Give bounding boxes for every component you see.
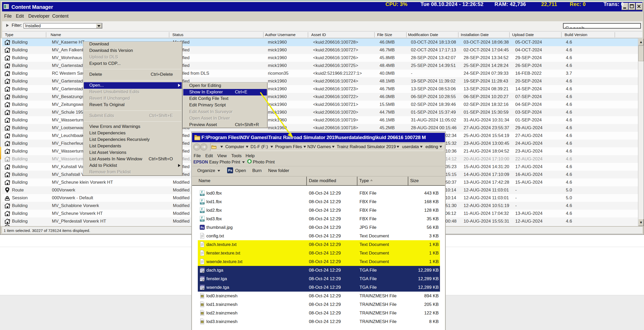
svg-text:F: F: [201, 216, 203, 219]
svg-text:FBX: FBX: [201, 219, 204, 221]
svg-text:TARGA: TARGA: [200, 277, 205, 278]
svg-text:TARGA: TARGA: [200, 285, 205, 286]
svg-text:Ps: Ps: [201, 226, 204, 229]
svg-text:F: F: [201, 190, 203, 194]
svg-text:FBX: FBX: [201, 202, 204, 204]
svg-text:F: F: [201, 208, 203, 211]
svg-text:F: F: [201, 199, 203, 202]
svg-text:FBX: FBX: [201, 211, 204, 213]
svg-text:TARGA: TARGA: [200, 268, 205, 269]
svg-text:FBX: FBX: [201, 194, 204, 196]
